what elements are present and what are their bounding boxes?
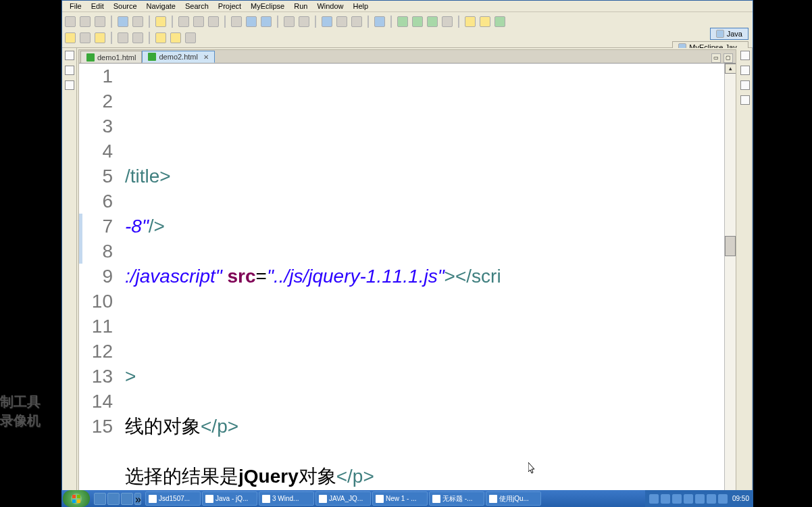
menu-help[interactable]: Help	[349, 1, 374, 11]
app-icon	[149, 495, 157, 503]
back-button[interactable]	[155, 32, 166, 43]
run-ext-button[interactable]	[427, 16, 438, 27]
tool-icon[interactable]	[261, 16, 272, 27]
tab-demo1[interactable]: demo1.html	[80, 51, 142, 63]
tool-icon[interactable]	[95, 32, 105, 43]
view-icon[interactable]	[740, 80, 750, 90]
maximize-view[interactable]: ▢	[724, 53, 733, 63]
scroll-thumb[interactable]	[725, 236, 736, 256]
debug-button[interactable]	[397, 16, 408, 27]
java-icon	[716, 30, 724, 38]
app-icon	[205, 495, 213, 503]
tool-icon[interactable]	[80, 32, 91, 43]
save-all-button[interactable]	[95, 16, 105, 27]
app-icon	[319, 495, 327, 503]
tool-icon[interactable]	[465, 16, 476, 27]
scroll-up[interactable]: ▴	[725, 64, 736, 74]
tool-icon[interactable]	[336, 16, 347, 27]
view-icon[interactable]	[740, 51, 750, 60]
tray-icon[interactable]	[649, 494, 659, 504]
tool-icon[interactable]	[132, 32, 143, 43]
task-item[interactable]: 使用jQu...	[486, 491, 541, 506]
tool-icon[interactable]	[185, 32, 196, 43]
tray-icon[interactable]	[695, 494, 705, 504]
task-item[interactable]: JAVA_JQ...	[315, 491, 371, 506]
run-button[interactable]	[412, 16, 423, 27]
tool-icon[interactable]	[193, 16, 204, 27]
tool-icon[interactable]	[322, 16, 332, 27]
menu-project[interactable]: Project	[213, 1, 246, 11]
tool-icon[interactable]	[480, 16, 490, 27]
vertical-scrollbar[interactable]: ▴ ▾	[724, 64, 736, 507]
svg-rect-1	[72, 495, 76, 498]
tool-icon[interactable]	[132, 16, 143, 27]
tool-icon[interactable]	[284, 16, 295, 27]
code-content[interactable]: /title> -8"/> :/javascript" src="../js/j…	[125, 64, 724, 507]
menu-run[interactable]: Run	[289, 1, 312, 11]
ql-icon[interactable]	[121, 493, 133, 505]
tool-icon[interactable]	[155, 16, 166, 27]
tab-label: demo2.html	[159, 53, 197, 61]
new-button[interactable]	[65, 16, 76, 27]
task-item[interactable]: 3 Wind...	[259, 491, 314, 506]
task-item[interactable]: Jsd1507...	[145, 491, 201, 506]
menu-file[interactable]: File	[65, 1, 86, 11]
view-icon[interactable]	[65, 66, 74, 75]
tool-icon[interactable]	[118, 32, 128, 43]
separator	[111, 16, 112, 28]
fold-column	[118, 64, 125, 507]
tray-icon[interactable]	[707, 494, 716, 504]
view-icon[interactable]	[65, 51, 74, 60]
menu-navigate[interactable]: Navigate	[142, 1, 180, 11]
menu-myeclipse[interactable]: MyEclipse	[246, 1, 289, 11]
tool-icon[interactable]	[118, 16, 128, 27]
tray-icon[interactable]	[661, 494, 670, 504]
separator	[390, 16, 392, 28]
tool-icon[interactable]	[231, 16, 242, 27]
right-trim	[738, 48, 753, 507]
svg-rect-2	[77, 495, 80, 498]
start-button[interactable]	[63, 490, 90, 507]
tool-icon[interactable]	[442, 16, 453, 27]
menu-source[interactable]: Source	[109, 1, 142, 11]
task-item[interactable]: 无标题 -...	[429, 491, 484, 506]
app-icon	[432, 495, 440, 503]
clock[interactable]: 09:50	[732, 495, 749, 502]
app-icon	[489, 495, 497, 503]
tray-icon[interactable]	[684, 494, 693, 504]
ql-icon[interactable]	[107, 493, 120, 505]
menu-search[interactable]: Search	[180, 1, 213, 11]
close-icon[interactable]: ✕	[203, 53, 209, 61]
refresh-icon[interactable]	[494, 16, 505, 27]
svg-rect-4	[77, 500, 80, 503]
perspective-label: Java	[727, 30, 742, 38]
editor-body[interactable]: 123 456 789 101112 131415 /title> -8"/> …	[79, 64, 736, 507]
tool-icon[interactable]	[299, 16, 309, 27]
tool-icon[interactable]	[351, 16, 362, 27]
menu-edit[interactable]: Edit	[86, 1, 109, 11]
tool-icon[interactable]	[65, 32, 76, 43]
forward-button[interactable]	[170, 32, 181, 43]
view-icon[interactable]	[65, 80, 74, 90]
tab-demo2[interactable]: demo2.html ✕	[142, 51, 214, 63]
tool-icon[interactable]	[374, 16, 385, 27]
tool-icon[interactable]	[246, 16, 257, 27]
perspective-java[interactable]: Java	[710, 28, 748, 40]
ql-chevron[interactable]: »	[134, 493, 141, 505]
menu-window[interactable]: Window	[312, 1, 348, 11]
separator	[277, 16, 278, 28]
task-item[interactable]: New 1 - ...	[372, 491, 428, 506]
view-icon[interactable]	[740, 95, 750, 105]
editor-area: demo1.html demo2.html ✕ ▭ ▢ 123	[78, 49, 736, 507]
tool-icon[interactable]	[178, 16, 189, 27]
minimize-view[interactable]: ▭	[711, 53, 721, 63]
view-icon[interactable]	[740, 66, 750, 75]
save-button[interactable]	[80, 16, 91, 27]
tool-icon[interactable]	[208, 16, 219, 27]
ql-icon[interactable]	[94, 493, 106, 505]
task-item[interactable]: Java - jQ...	[202, 491, 257, 506]
tray-icon[interactable]	[718, 494, 728, 504]
watermark-line2: 录像机	[0, 411, 41, 430]
tray-icon[interactable]	[672, 494, 682, 504]
left-trim	[62, 48, 77, 507]
